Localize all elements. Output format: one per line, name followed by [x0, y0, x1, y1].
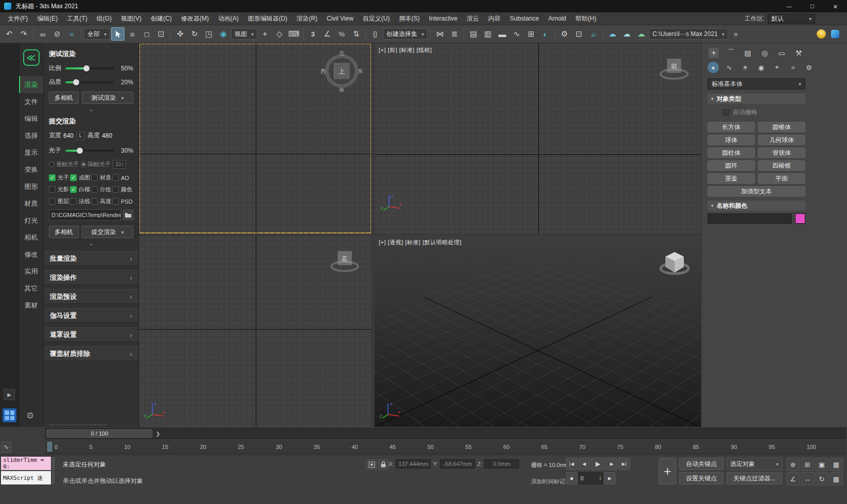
photon-slider[interactable]	[65, 150, 114, 152]
skip-frame-spinner[interactable]: 10 ▴▾	[113, 160, 126, 169]
keyboard-shortcut-override-icon[interactable]	[287, 27, 301, 41]
menu-item[interactable]: Civil View	[322, 12, 358, 25]
keying-selection-dropdown[interactable]: 选定对象	[727, 458, 782, 470]
submit-render-button[interactable]: 提交渲染	[82, 226, 133, 238]
cgmagic-tab[interactable]: 渲染	[19, 76, 43, 93]
name-color-rollout[interactable]: 名称和颜色	[708, 201, 805, 211]
unlink-selection-icon[interactable]	[50, 27, 64, 41]
y-coordinate-field[interactable]: -58.647mm	[440, 459, 475, 469]
cgmagic-logo-icon[interactable]	[23, 49, 40, 66]
cgmagic-tab[interactable]: 修改	[19, 246, 43, 263]
set-keys-button[interactable]	[659, 458, 676, 484]
render-production-icon[interactable]	[587, 27, 600, 41]
tab-utilities-icon[interactable]	[793, 48, 804, 58]
maximize-button[interactable]	[801, 0, 824, 12]
cgmagic-tab[interactable]: 编辑	[19, 110, 43, 127]
orbit-icon[interactable]	[815, 472, 828, 485]
viewcube[interactable]: 左	[329, 247, 360, 276]
render-setup-icon[interactable]	[558, 27, 571, 41]
viewport-label[interactable]: [+] [透视] [标准] [默认明暗处理]	[379, 239, 462, 246]
viewcube[interactable]: 前	[659, 55, 690, 84]
slider-knob[interactable]	[83, 65, 90, 71]
auto-key-toggle[interactable]: 自动关键点	[679, 458, 724, 470]
macro-recorder-field[interactable]: sliderTime = 0:	[1, 457, 51, 470]
field-of-view-icon[interactable]	[786, 472, 800, 485]
skip-frame-photon-radio[interactable]: 隔帧光子	[81, 160, 111, 168]
render-element-checkbox[interactable]: AO	[112, 174, 133, 182]
menu-item[interactable]: 视图(V)	[116, 12, 146, 25]
viewcube[interactable]: 上 北 南 东 西	[320, 49, 363, 94]
browse-folder-icon[interactable]	[123, 210, 133, 220]
cgmagic-tab[interactable]: 显示	[19, 144, 43, 161]
current-frame-marker[interactable]	[47, 442, 52, 452]
object-name-input[interactable]	[708, 213, 792, 224]
category-shapes-icon[interactable]	[724, 62, 735, 73]
previous-frame-icon[interactable]	[578, 458, 590, 470]
spinner-arrows-icon[interactable]: ▴▾	[599, 476, 601, 481]
primitive-button[interactable]: 几何球体	[758, 135, 805, 145]
close-button[interactable]	[824, 0, 847, 12]
toolbar-overflow-icon[interactable]	[729, 27, 743, 41]
spinner-snap-icon[interactable]	[349, 27, 363, 41]
current-frame-field[interactable]: 0 ▴▾	[578, 472, 603, 484]
textplus-button[interactable]: 加强型文本	[708, 186, 805, 196]
rollout-header[interactable]: 渲染预设	[44, 289, 138, 304]
viewport-perspective[interactable]: [+] [透视] [标准] [默认明暗处理] z x y	[375, 236, 701, 427]
tab-display-icon[interactable]	[777, 48, 787, 58]
render-element-checkbox[interactable]: 图层	[49, 197, 70, 205]
category-systems-icon[interactable]	[803, 62, 815, 73]
primitive-button[interactable]: 球体	[708, 135, 755, 145]
menu-item[interactable]: 工具(T)	[62, 12, 92, 25]
next-key-icon[interactable]	[604, 472, 615, 484]
object-color-swatch[interactable]	[795, 213, 805, 224]
mini-curve-editor-icon[interactable]	[1, 441, 11, 453]
cloud-upload-icon[interactable]	[634, 27, 648, 41]
viewport-top[interactable]: 上 北 南 东 西	[139, 43, 372, 233]
use-pivot-point-center-icon[interactable]	[258, 27, 272, 41]
collapse-chevron-icon[interactable]	[49, 106, 133, 113]
select-object-icon[interactable]	[111, 27, 125, 41]
primitive-button[interactable]: 平面	[758, 173, 805, 184]
bulb-icon[interactable]	[817, 29, 826, 39]
cloud-render-icon[interactable]	[606, 27, 619, 41]
zoom-all-icon[interactable]	[801, 458, 814, 471]
rectangular-selection-region-icon[interactable]	[140, 27, 153, 41]
render-element-checkbox[interactable]: 白模	[70, 186, 91, 193]
category-lights-icon[interactable]	[739, 62, 751, 73]
cgmagic-tab[interactable]: 实用	[19, 263, 43, 280]
select-and-manipulate-icon[interactable]	[273, 27, 286, 41]
maximize-viewport-icon[interactable]	[830, 472, 843, 485]
render-element-checkbox[interactable]: 光子	[49, 174, 70, 182]
cgmagic-dock-icon[interactable]	[3, 408, 16, 422]
menu-item[interactable]: 脚本(S)	[394, 12, 424, 25]
cgmagic-tab[interactable]: 素材	[19, 297, 43, 314]
selection-filter-dropdown[interactable]: 全部	[84, 28, 110, 40]
minimize-button[interactable]	[778, 0, 801, 12]
menu-item[interactable]: 组(G)	[92, 12, 116, 25]
named-selection-dropdown[interactable]: 创建选择集	[383, 28, 428, 40]
edit-named-selection-sets-icon[interactable]	[368, 27, 382, 41]
rollout-header[interactable]: 批量渲染	[44, 251, 138, 266]
snaps-toggle-icon[interactable]	[306, 27, 320, 41]
render-element-checkbox[interactable]: 颜色	[112, 186, 133, 193]
height-value[interactable]: 480	[102, 132, 112, 139]
cgmagic-tab[interactable]: 选择	[19, 127, 43, 144]
cloud-library-icon[interactable]	[620, 27, 633, 41]
layer-explorer-icon[interactable]	[481, 27, 495, 41]
go-to-start-icon[interactable]	[566, 458, 577, 470]
primitive-button[interactable]: 圆锥体	[758, 122, 805, 132]
track-bar[interactable]: 0510152025303540455055606570758085909510…	[45, 440, 846, 454]
output-path-input[interactable]: D:\CGMAGIC\Temp\Render(	[49, 209, 121, 221]
listener-scrollbar[interactable]	[51, 457, 56, 484]
category-spacewarps-icon[interactable]	[787, 62, 799, 73]
slider-knob[interactable]	[73, 79, 79, 85]
viewport-label[interactable]: [+] [前] [标准] [线框]	[379, 46, 432, 54]
ribbon-toggle-icon[interactable]	[496, 27, 509, 41]
object-type-rollout[interactable]: 对象类型	[708, 94, 805, 104]
category-cameras-icon[interactable]	[755, 62, 767, 73]
primitive-category-dropdown[interactable]: 标准基本体	[708, 78, 805, 89]
mirror-icon[interactable]	[433, 27, 447, 41]
quality-slider[interactable]	[65, 81, 114, 83]
key-mode-toggle-icon[interactable]	[566, 472, 577, 484]
menu-item[interactable]: 内容	[484, 12, 505, 25]
